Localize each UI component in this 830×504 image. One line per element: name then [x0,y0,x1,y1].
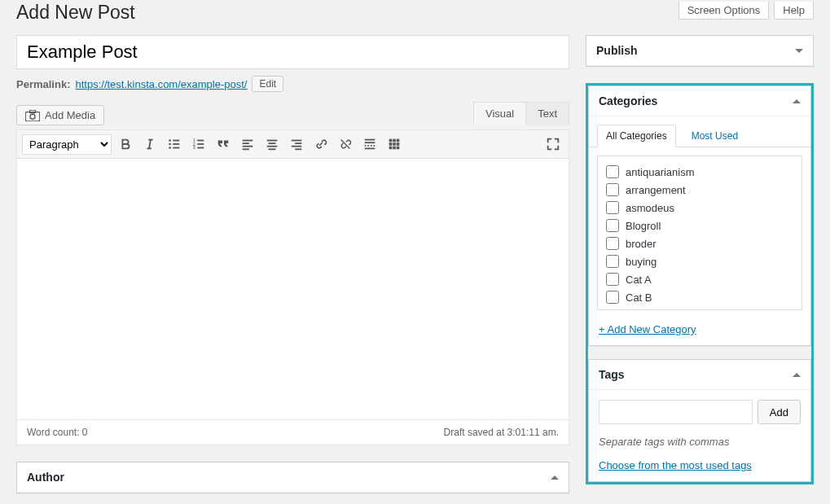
svg-rect-0 [25,112,40,121]
italic-button[interactable] [139,134,160,155]
svg-rect-36 [397,139,400,142]
tags-metabox: Tags Add Separate tags with commas Choos… [588,359,811,482]
permalink-label: Permalink: [16,78,70,90]
category-label: Cat A [626,274,652,286]
content-editor[interactable] [17,159,569,419]
editor-container: Paragraph 123 Word count: 0 Draft save [16,129,569,445]
category-item[interactable]: Cat B [606,288,793,306]
page-title: Add New Post [16,2,135,24]
svg-point-6 [169,139,171,142]
triangle-down-icon [795,49,803,53]
highlighted-sidebar-region: Categories All Categories Most Used anti… [586,83,814,484]
category-label: antiquarianism [626,166,695,178]
align-right-button[interactable] [286,134,307,155]
category-checkbox[interactable] [606,219,619,232]
author-metabox-header[interactable]: Author [17,462,569,493]
svg-rect-34 [389,139,393,142]
add-media-button[interactable]: Add Media [16,105,104,125]
svg-text:3: 3 [193,145,195,150]
category-label: broder [626,238,657,250]
triangle-up-icon [551,476,559,480]
camera-icon [25,110,40,121]
tab-most-used[interactable]: Most Used [683,125,747,147]
svg-point-2 [30,114,35,119]
align-center-button[interactable] [261,134,283,155]
publish-metabox-header[interactable]: Publish [586,36,813,66]
category-checkbox[interactable] [606,237,619,250]
category-item[interactable]: Cat A [606,270,793,288]
post-title-input[interactable] [16,35,569,69]
tags-input[interactable] [599,400,753,424]
tab-all-categories[interactable]: All Categories [597,125,676,147]
tags-hint: Separate tags with commas [599,436,801,448]
screen-meta-links: Screen Options Help [678,2,814,20]
format-select[interactable]: Paragraph [22,134,112,155]
autosave-status: Draft saved at 3:01:11 am. [444,427,559,438]
help-button[interactable]: Help [774,2,814,20]
tab-text[interactable]: Text [525,102,569,125]
category-label: Cat B [626,291,652,304]
sidebar-column: Publish Categories All Categories Most U… [586,35,814,484]
svg-rect-1 [30,110,36,113]
svg-rect-41 [393,147,396,150]
add-tag-button[interactable]: Add [758,400,801,424]
unlink-button[interactable] [335,134,356,155]
svg-point-8 [169,147,171,149]
author-title: Author [27,471,64,484]
tab-visual[interactable]: Visual [473,102,526,125]
svg-rect-35 [393,139,396,142]
category-item[interactable]: asmodeus [606,199,793,217]
edit-permalink-button[interactable]: Edit [252,76,283,92]
word-count: Word count: 0 [27,427,87,438]
fullscreen-button[interactable] [542,134,564,155]
triangle-up-icon [793,373,801,377]
bold-button[interactable] [115,134,136,155]
tags-title: Tags [599,368,625,381]
publish-title: Publish [596,44,638,57]
categories-metabox-header[interactable]: Categories [589,86,810,116]
permalink-row: Permalink: https://test.kinsta.com/examp… [16,76,569,92]
category-item[interactable]: antiquarianism [606,163,793,181]
category-item[interactable]: buying [606,252,793,270]
main-column: Permalink: https://test.kinsta.com/examp… [16,35,569,504]
category-item[interactable]: Blogroll [606,217,793,234]
tags-metabox-header[interactable]: Tags [589,360,810,390]
category-checkbox[interactable] [606,165,619,178]
numbered-list-button[interactable]: 123 [188,134,209,155]
categories-metabox: Categories All Categories Most Used anti… [588,85,811,346]
category-checkbox[interactable] [606,255,619,268]
svg-rect-38 [393,142,396,146]
permalink-link[interactable]: https://test.kinsta.com/example-post/ [75,78,247,90]
svg-rect-40 [389,147,393,150]
category-label: arrangement [626,184,686,196]
choose-most-used-tags-link[interactable]: Choose from the most used tags [599,459,752,471]
svg-line-5 [149,140,151,149]
editor-tabs: Visual Text [474,102,569,125]
category-list-container[interactable]: antiquarianismarrangementasmodeusBlogrol… [597,156,802,310]
svg-rect-39 [397,142,400,146]
svg-point-7 [169,143,171,146]
insert-more-button[interactable] [359,134,380,155]
editor-toolbar: Paragraph 123 [17,130,569,159]
category-item[interactable]: arrangement [606,181,793,199]
category-checkbox[interactable] [606,183,619,196]
toolbar-toggle-button[interactable] [384,134,405,155]
link-button[interactable] [310,134,332,155]
category-tabs: All Categories Most Used [589,116,810,147]
screen-options-button[interactable]: Screen Options [678,2,770,20]
author-metabox: Author [16,462,569,493]
categories-title: Categories [599,94,657,107]
add-new-category-link[interactable]: + Add New Category [589,318,810,345]
triangle-up-icon [793,99,801,103]
category-label: asmodeus [626,202,674,214]
svg-rect-42 [397,147,400,150]
category-checkbox[interactable] [606,291,619,304]
blockquote-button[interactable] [213,134,234,155]
category-label: Blogroll [626,220,661,232]
category-checkbox[interactable] [606,273,619,286]
align-left-button[interactable] [237,134,258,155]
bullet-list-button[interactable] [164,134,185,155]
category-item[interactable]: broder [606,234,793,252]
category-label: buying [626,256,657,268]
category-checkbox[interactable] [606,201,619,214]
